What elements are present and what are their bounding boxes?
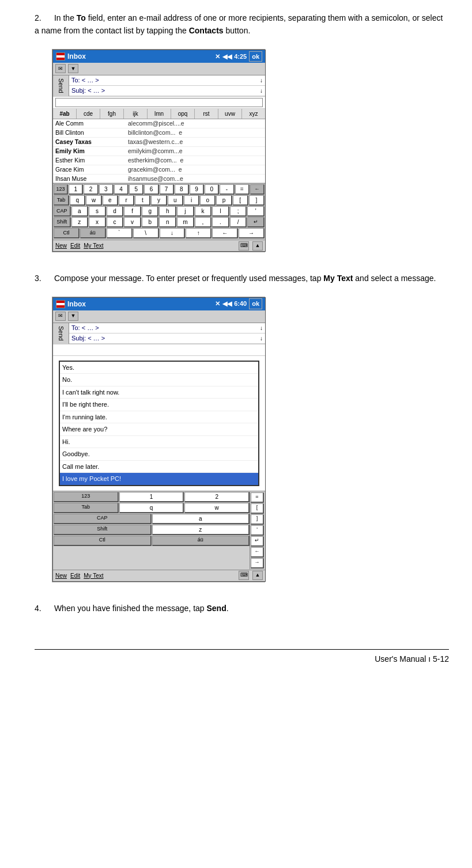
- key-right-quote[interactable]: ': [251, 525, 264, 536]
- ok-button-1[interactable]: ok: [249, 51, 262, 62]
- key-ctl[interactable]: Ctl: [54, 228, 80, 238]
- key-l[interactable]: l: [212, 206, 229, 217]
- alpha-ijk[interactable]: ijk: [124, 109, 148, 119]
- key2-tab[interactable]: Tab: [54, 503, 119, 513]
- key-minus[interactable]: -: [220, 184, 234, 195]
- key-cap[interactable]: CAP: [54, 206, 71, 217]
- key-backspace[interactable]: ←: [250, 184, 265, 195]
- key-d[interactable]: d: [107, 206, 124, 217]
- key-u[interactable]: u: [168, 195, 183, 206]
- key-right[interactable]: →: [239, 228, 265, 238]
- msg-item-cant-talk[interactable]: I can't talk right now.: [60, 386, 258, 399]
- key-n[interactable]: n: [159, 217, 176, 228]
- key-period[interactable]: .: [212, 217, 229, 228]
- msg-item-hi[interactable]: Hi.: [60, 436, 258, 449]
- key-7[interactable]: 7: [160, 184, 174, 195]
- key-o[interactable]: o: [200, 195, 216, 206]
- msg-item-pocket-pc[interactable]: I love my Pocket PC!: [60, 473, 258, 485]
- contact-row[interactable]: Bill Clinton billclinton@com... e: [53, 128, 265, 138]
- key2-cap[interactable]: CAP: [54, 514, 152, 524]
- key2-q[interactable]: q: [119, 503, 184, 513]
- mytext-menu-2[interactable]: My Text: [84, 571, 103, 580]
- key-backtick[interactable]: `: [107, 228, 133, 238]
- key-right-lb[interactable]: [: [251, 503, 264, 514]
- key-lbracket[interactable]: [: [233, 195, 248, 206]
- alpha-cde[interactable]: cde: [77, 109, 100, 119]
- msg-item-yes[interactable]: Yes.: [60, 362, 258, 374]
- key-g[interactable]: g: [142, 206, 159, 217]
- new-menu-2[interactable]: New: [55, 571, 67, 580]
- contact-row[interactable]: Grace Kim gracekim@com... e: [53, 165, 265, 175]
- key-up[interactable]: ↑: [186, 228, 212, 238]
- contact-row[interactable]: Ale Comm alecomm@piscel....e: [53, 119, 265, 128]
- key-e[interactable]: e: [103, 195, 118, 206]
- key2-a[interactable]: a: [152, 514, 250, 524]
- to-field-row-2[interactable]: To: < … > ↓: [69, 323, 265, 333]
- key-au[interactable]: áü: [80, 228, 106, 238]
- key-3[interactable]: 3: [99, 184, 114, 195]
- key-5[interactable]: 5: [129, 184, 144, 195]
- subj-field-row[interactable]: Subj: < … > ↓: [69, 86, 265, 96]
- msg-item-right-there[interactable]: I'll be right there.: [60, 399, 258, 411]
- key2-shift[interactable]: Shift: [54, 525, 152, 535]
- key2-123[interactable]: 123: [54, 492, 119, 502]
- key2-2[interactable]: 2: [184, 492, 250, 502]
- key-2[interactable]: 2: [84, 184, 98, 195]
- key-semicolon[interactable]: ;: [230, 206, 247, 217]
- key-h[interactable]: h: [159, 206, 176, 217]
- envelope-icon-2[interactable]: ✉: [55, 312, 66, 321]
- key-backslash[interactable]: \: [133, 228, 159, 238]
- key-right-rb[interactable]: ]: [251, 514, 264, 525]
- mytext-menu-1[interactable]: My Text: [84, 241, 103, 250]
- contact-row[interactable]: Emily Kim emilykim@comm...e: [53, 147, 265, 156]
- msg-item-call-later[interactable]: Call me later.: [60, 461, 258, 473]
- alpha-fgh[interactable]: fgh: [100, 109, 124, 119]
- key2-z[interactable]: z: [152, 525, 250, 535]
- key-c[interactable]: c: [107, 217, 124, 228]
- ok-button-2[interactable]: ok: [249, 298, 262, 309]
- key-w[interactable]: w: [86, 195, 101, 206]
- to-field-row[interactable]: To: < … > ↓: [69, 75, 265, 86]
- key-t[interactable]: t: [135, 195, 150, 206]
- msg-item-no[interactable]: No.: [60, 374, 258, 386]
- key-m[interactable]: m: [177, 217, 194, 228]
- key2-w[interactable]: w: [184, 503, 250, 513]
- alpha-xyz[interactable]: xyz: [242, 109, 265, 119]
- key-123[interactable]: 123: [54, 184, 68, 195]
- key2-ctl[interactable]: Ctl: [54, 536, 152, 546]
- key-9[interactable]: 9: [190, 184, 204, 195]
- send-button-1[interactable]: Send: [53, 75, 69, 96]
- key-enter[interactable]: ↵: [247, 217, 265, 228]
- scroll-icon-2[interactable]: ▲: [252, 571, 263, 580]
- key-j[interactable]: j: [177, 206, 194, 217]
- envelope-icon[interactable]: ✉: [55, 64, 66, 73]
- key-q[interactable]: q: [70, 195, 85, 206]
- key-rbracket[interactable]: ]: [249, 195, 265, 206]
- edit-menu-2[interactable]: Edit: [70, 571, 80, 580]
- contact-row[interactable]: Esther Kim estherkim@com... e: [53, 156, 265, 165]
- key-quote[interactable]: ': [247, 206, 265, 217]
- contact-row[interactable]: Ihsan Muse ihsanmuse@com...e: [53, 175, 265, 183]
- send-button-2[interactable]: Send: [53, 323, 69, 344]
- alpha-uvw[interactable]: uvw: [218, 109, 242, 119]
- key-8[interactable]: 8: [175, 184, 189, 195]
- key-r[interactable]: r: [119, 195, 134, 206]
- key-y[interactable]: y: [151, 195, 167, 206]
- key2-1[interactable]: 1: [119, 492, 184, 502]
- keyboard-icon-1[interactable]: ⌨: [239, 241, 249, 251]
- scroll-icon-1[interactable]: ▲: [252, 241, 263, 251]
- key-s[interactable]: s: [89, 206, 106, 217]
- key-x[interactable]: x: [89, 217, 106, 228]
- key-v[interactable]: v: [124, 217, 141, 228]
- subj-field-row-2[interactable]: Subj: < … > ↓: [69, 333, 265, 344]
- alpha-ab[interactable]: #ab: [53, 109, 77, 119]
- key-z[interactable]: z: [71, 217, 89, 228]
- key-equals[interactable]: =: [235, 184, 250, 195]
- key-right-enter[interactable]: ↵: [251, 536, 264, 547]
- key-i[interactable]: i: [184, 195, 199, 206]
- edit-menu-1[interactable]: Edit: [70, 241, 80, 250]
- key-shift[interactable]: Shift: [54, 217, 71, 228]
- key-4[interactable]: 4: [114, 184, 129, 195]
- key-comma[interactable]: ,: [195, 217, 212, 228]
- chevron-down-icon[interactable]: ▼: [68, 64, 78, 73]
